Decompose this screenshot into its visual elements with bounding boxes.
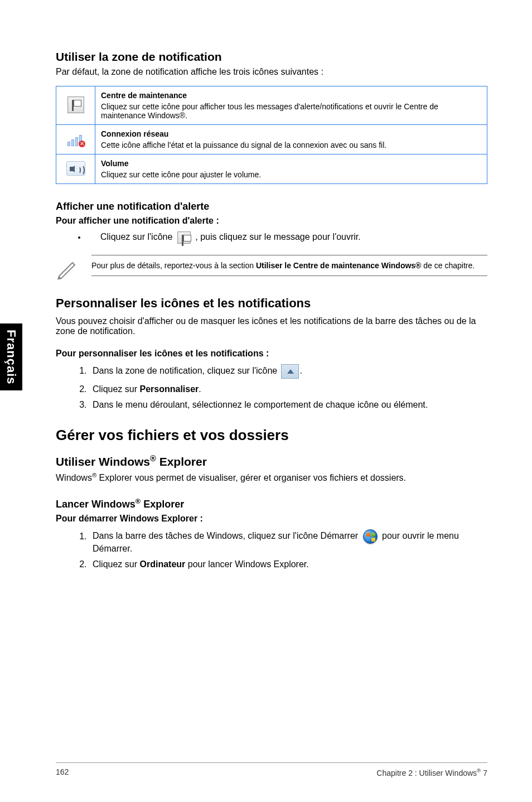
step-text-post: .: [199, 384, 201, 394]
note-post: de ce chapitre.: [421, 261, 475, 270]
volume-icon: [66, 161, 85, 176]
cell-icon: [56, 86, 95, 125]
row-title: Connexion réseau: [101, 129, 481, 138]
personalize-sub: Pour personnaliser les icônes et les not…: [56, 349, 487, 359]
bullet-dot-icon: [78, 236, 80, 239]
note-bold: Utiliser le Centre de maintenance Window…: [256, 261, 421, 270]
page-footer: 162 Chapitre 2 : Utiliser Windows® 7: [56, 762, 487, 777]
bullet-text-post: , puis cliquez sur le message pour l'ouv…: [195, 232, 361, 241]
chapter-label: Chapitre 2 : Utiliser Windows® 7: [376, 767, 487, 777]
bullet-text-pre: Cliquez sur l'icône: [100, 232, 175, 241]
language-tab: Français: [0, 323, 22, 390]
row-desc: Cliquez sur cette icône pour afficher to…: [101, 102, 438, 120]
action-center-icon: [67, 96, 84, 113]
registered-mark: ®: [150, 454, 156, 463]
tray-up-icon: [281, 364, 299, 379]
list-item: Cliquez sur Ordinateur pour lancer Windo…: [89, 559, 487, 569]
row-title: Volume: [101, 159, 481, 168]
network-icon: ✕: [67, 132, 84, 146]
step-text-post: pour lancer Windows Explorer.: [185, 559, 308, 569]
chapter-pre: Chapitre 2 : Utiliser Windows: [376, 769, 477, 777]
note-box: Pour plus de détails, reportez-vous à la…: [56, 255, 487, 279]
explorer-title-pre: Utiliser Windows: [56, 455, 150, 468]
step-text-pre: Cliquez sur: [93, 559, 139, 569]
table-row: ✕ Connexion réseau Cette icône affiche l…: [56, 125, 487, 154]
step-text-pre: Dans la barre des tâches de Windows, cli…: [93, 532, 361, 541]
registered-mark: ®: [92, 472, 96, 479]
note-pre: Pour plus de détails, reportez-vous à la…: [91, 261, 256, 270]
row-title: Centre de maintenance: [101, 91, 481, 100]
step-text-pre: Cliquez sur: [93, 384, 139, 394]
launch-title-post: Explorer: [141, 499, 184, 510]
table-row: Centre de maintenance Cliquez sur cette …: [56, 86, 487, 125]
cell-desc: Centre de maintenance Cliquez sur cette …: [95, 86, 487, 125]
alert-bullet: Cliquez sur l'icône , puis cliquez sur l…: [56, 231, 487, 244]
cell-desc: Connexion réseau Cette icône affiche l'é…: [95, 125, 487, 154]
registered-mark: ®: [136, 497, 141, 505]
personalize-lead: Vous pouvez choisir d'afficher ou de mas…: [56, 316, 487, 336]
section-title-notification-zone: Utiliser la zone de notification: [56, 50, 487, 64]
explorer-title-post: Explorer: [156, 455, 207, 468]
page-number: 162: [56, 767, 69, 777]
language-label: Français: [4, 330, 18, 385]
personalize-steps: Dans la zone de notification, cliquez su…: [56, 364, 487, 410]
cell-desc: Volume Cliquez sur cette icône pour ajus…: [95, 154, 487, 184]
explorer-lead-pre: Windows: [56, 473, 92, 482]
list-item: Dans la zone de notification, cliquez su…: [89, 364, 487, 379]
action-center-icon: [177, 231, 191, 244]
step-text-bold: Personnaliser: [139, 384, 199, 394]
row-desc: Cliquez sur cette icône pour ajuster le …: [101, 170, 261, 179]
launch-sub: Pour démarrer Windows Explorer :: [56, 514, 487, 524]
step-text: Dans le menu déroulant, sélectionnez le …: [93, 400, 428, 409]
explorer-lead-post: Explorer vous permet de visualiser, gére…: [96, 473, 406, 482]
explorer-title: Utiliser Windows® Explorer: [56, 454, 487, 468]
step-text-bold: Ordinateur: [139, 559, 185, 569]
step-text-post: .: [300, 366, 302, 375]
pencil-icon: [56, 257, 78, 279]
personalize-title: Personnaliser les icônes et les notifica…: [56, 296, 487, 311]
launch-title-pre: Lancer Windows: [56, 499, 136, 510]
table-row: Volume Cliquez sur cette icône pour ajus…: [56, 154, 487, 184]
alert-heading: Afficher une notification d'alerte: [56, 201, 487, 212]
section-lead: Par défaut, la zone de notification affi…: [56, 67, 487, 77]
list-item: Dans la barre des tâches de Windows, cli…: [89, 529, 487, 554]
list-item: Dans le menu déroulant, sélectionnez le …: [89, 400, 487, 410]
step-text-pre: Dans la zone de notification, cliquez su…: [93, 366, 280, 375]
launch-title: Lancer Windows® Explorer: [56, 497, 487, 510]
start-button-icon: [363, 529, 378, 544]
row-desc: Cette icône affiche l'état et la puissan…: [101, 141, 386, 149]
chapter-post: 7: [481, 769, 487, 777]
cell-icon: [56, 154, 95, 184]
notification-icons-table: Centre de maintenance Cliquez sur cette …: [56, 86, 487, 184]
cell-icon: ✕: [56, 125, 95, 154]
alert-sub: Pour afficher une notification d'alerte …: [56, 216, 487, 226]
h1-title: Gérer vos fichiers et vos dossiers: [56, 427, 487, 444]
explorer-lead: Windows® Explorer vous permet de visuali…: [56, 472, 487, 483]
note-text: Pour plus de détails, reportez-vous à la…: [91, 255, 487, 276]
launch-steps: Dans la barre des tâches de Windows, cli…: [56, 529, 487, 569]
list-item: Cliquez sur Personnaliser.: [89, 384, 487, 394]
